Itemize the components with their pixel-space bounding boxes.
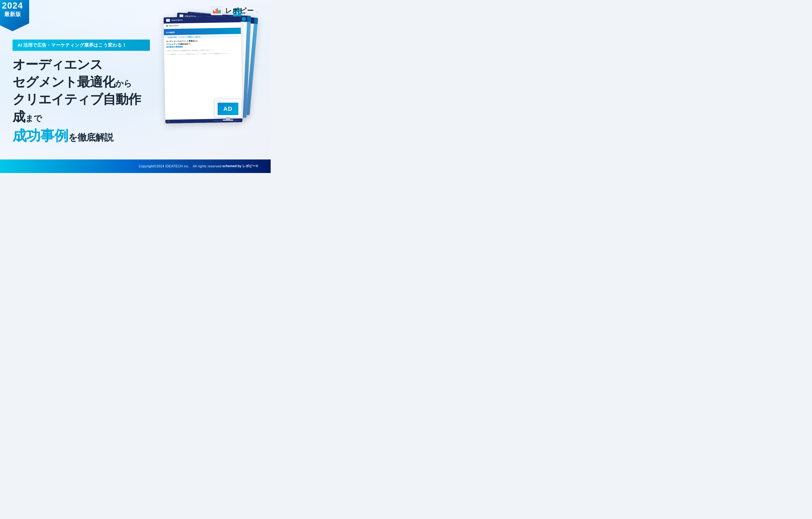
badge-text: 最新版	[4, 10, 21, 18]
doc-body-text1: この手法は、従来大量のデータを迅速購買傾向を基に、個別を測定し、その結果む、広告…	[166, 49, 239, 52]
monitor-ad-text: AD	[224, 106, 233, 112]
doc-brand-front: IDEATECH	[172, 19, 183, 22]
footer: Copyright©2024 IDEATECH inc. All rights …	[0, 160, 271, 173]
headline-line1: オーディエンス	[12, 56, 150, 73]
doc-ideatech-name: IDEATECH	[169, 25, 179, 27]
doc-body-text2: ーションを詳細に割し、とコンバージョン率が対応ができます。また、ティブを生成、バ…	[166, 52, 239, 55]
logo-area: レポピー 。	[211, 6, 260, 16]
monitor-dot-1	[217, 100, 218, 102]
headline-line2-main: セグメント最適化	[12, 75, 115, 89]
monitor-dot-3	[220, 100, 221, 102]
document-stack: IDEATECH この手法は、従来大量のデータを迅速購買傾向を基に、個別を測定し…	[160, 12, 248, 133]
monitor-frame: AD	[214, 99, 241, 117]
footer-rights: All rights reserved	[193, 165, 222, 168]
headline-line3-suffix: まで	[25, 114, 42, 123]
right-column: IDEATECH この手法は、従来大量のデータを迅速購買傾向を基に、個別を測定し…	[150, 12, 258, 133]
doc-title: オーディエンスセグメント最適化から クリエイティブ自動作成まで 成功事例を徹底解…	[164, 38, 241, 50]
doc-body2: ーションを詳細に割し、とコンバージョン率が対応ができます。また、ティブを生成、バ…	[164, 52, 241, 56]
monitor-base	[223, 119, 233, 121]
left-column: AI 活用で広告・マーケティング業界はこう変わる！ オーディエンス セグメント最…	[12, 8, 150, 144]
doc-year-banner: 2024最新版	[164, 28, 241, 35]
headline-blue-main: 成功事例	[12, 127, 68, 143]
subtitle-banner: AI 活用で広告・マーケティング業界はこう変わる！	[12, 39, 150, 51]
headline-blue-suffix: を徹底解説	[68, 132, 113, 142]
pixel-8	[237, 17, 241, 21]
monitor-stand	[226, 117, 230, 119]
badge-year: 2024	[2, 1, 23, 10]
doc-footer-icon	[167, 120, 170, 123]
monitor-screen: AD	[218, 103, 238, 115]
footer-scheme: schemed by レポピー®	[222, 164, 258, 168]
headline-line2-suffix: から	[115, 79, 132, 88]
headline-line3: クリエイティブ自動作成まで	[12, 91, 150, 125]
main-content: 2024 最新版 レポピー 。 AI 活用で広告・マーケティ	[0, 0, 271, 160]
footer-copyright: Copyright©2024 IDEATECH inc.	[139, 165, 189, 168]
headline-block: オーディエンス セグメント最適化から クリエイティブ自動作成まで	[12, 56, 150, 125]
doc-ideatech-dot	[166, 25, 168, 27]
doc-logo-front	[166, 19, 170, 22]
doc-year-text: 2024最新版	[166, 31, 175, 33]
logo-name: レポピー	[225, 6, 254, 16]
headline-line2: セグメント最適化から	[12, 73, 150, 91]
pixel-7	[233, 17, 237, 21]
page-wrapper: 2024 最新版 レポピー 。 AI 活用で広告・マーケティ	[0, 0, 271, 173]
logo-dot: 。	[257, 8, 260, 13]
monitor-dots	[217, 100, 221, 102]
pixel-9	[242, 17, 246, 21]
ad-monitor: AD	[214, 99, 241, 121]
monitor-dot-2	[219, 100, 220, 102]
logo-icon	[211, 6, 223, 15]
headline-blue-line: 成功事例を徹底解説	[12, 127, 150, 144]
